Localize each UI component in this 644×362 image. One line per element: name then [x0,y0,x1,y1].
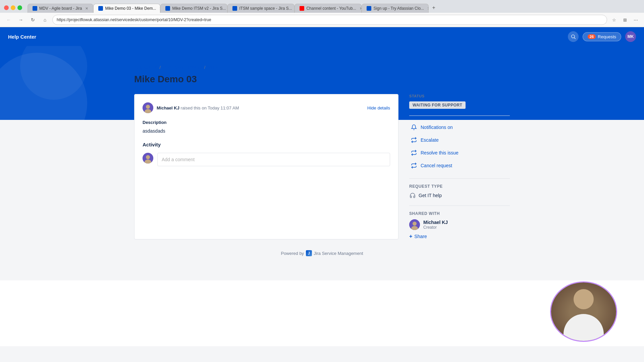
cancel-svg [411,163,417,169]
requests-button[interactable]: 26 Requests [583,32,621,41]
user-avatar[interactable]: MK [625,31,636,42]
main-grid: Michael KJ raised this on Today 11:07 AM… [134,94,510,239]
status-badge: WAITING FOR SUPPORT [409,101,466,109]
tab-favicon [367,6,371,11]
raised-on-text: raised this on Today 11:07 AM [181,105,239,110]
tab-label: Sign up - Try Atlassian Clo... [373,6,424,11]
forward-button[interactable]: → [16,15,25,25]
breadcrumb-home[interactable]: Help Center [134,65,157,70]
svg-point-3 [146,105,150,109]
breadcrumb: Help Center / Mike Demo ITSM v2 / MDV-2 [134,59,510,70]
app: Help Center 26 Requests MK Help Center / [0,27,644,346]
page-title: Mike Demo 03 [134,74,510,85]
resolve-svg [411,150,417,156]
comment-input[interactable]: Add a comment [157,153,390,166]
close-window-button[interactable] [4,5,9,10]
shared-avatar-image [409,219,420,230]
share-button[interactable]: + Share [409,233,427,239]
home-button[interactable]: ⌂ [40,15,50,25]
get-it-help-icon [409,192,416,199]
tab-mike-demo-itsm[interactable]: Mike Demo ITSM v2 - Jira S... ✕ [160,4,227,13]
breadcrumb-project[interactable]: Mike Demo ITSM v2 [163,65,202,70]
header-actions: 26 Requests MK [568,31,636,42]
escalate-svg [411,137,417,143]
window-controls [4,5,22,10]
app-header: Help Center 26 Requests MK [0,27,644,46]
plus-icon: + [409,233,412,239]
divider-2 [409,178,510,179]
resolve-issue-button[interactable]: Resolve this issue [409,147,510,159]
browser-titlebar: MDV - Agile board - Jira ✕ Mike Demo 03 … [0,0,644,13]
extensions-icon[interactable]: ⊞ [621,15,629,24]
hide-details-button[interactable]: Hide details [367,105,390,110]
ticket-author-info: Michael KJ raised this on Today 11:07 AM [143,102,239,113]
escalate-button[interactable]: Escalate [409,134,510,146]
tab-label: MDV - Agile board - Jira [39,6,82,11]
back-button[interactable]: ← [4,15,13,25]
notifications-on-button[interactable]: Notifications on [409,121,510,133]
search-button[interactable] [568,31,579,42]
tab-label: Channel content - YouTub... [306,6,356,11]
activity-label: Activity [143,142,390,147]
resolve-label: Resolve this issue [421,150,459,155]
comment-placeholder: Add a comment [162,157,195,162]
shared-user-info: Michael KJ Creator [423,220,448,230]
tab-favicon [300,6,304,11]
new-tab-button[interactable]: + [429,3,438,13]
bell-svg [411,124,417,130]
powered-by-text: Powered by [281,251,304,256]
shared-user-row: Michael KJ Creator [409,219,510,230]
notifications-label: Notifications on [421,125,453,130]
tab-close-icon[interactable]: ✕ [360,6,362,11]
tab-youtube[interactable]: Channel content - YouTub... ✕ [294,4,362,13]
request-type-section: Request type Get IT help [409,184,510,199]
page-wrapper: Help Center / Mike Demo ITSM v2 / MDV-2 … [134,59,510,267]
tab-mdv-agile[interactable]: MDV - Agile board - Jira ✕ [28,4,93,13]
tab-label: Mike Demo ITSM v2 - Jira S... [172,6,226,11]
breadcrumb-current: MDV-2 [207,65,221,70]
requests-badge: 26 [588,34,596,39]
shared-with-heading: Shared with [409,211,510,216]
divider-1 [409,116,510,116]
content-area: Help Center / Mike Demo ITSM v2 / MDV-2 … [121,59,523,267]
avatar-initials: MK [628,34,634,39]
sidebar: Status WAITING FOR SUPPORT [409,94,510,239]
svg-point-0 [571,35,574,38]
minimize-window-button[interactable] [11,5,15,10]
footer: Powered by J Jira Service Management [134,239,510,267]
comment-row: Add a comment [143,153,390,166]
requests-label: Requests [598,34,616,39]
settings-icon[interactable]: ⋯ [631,15,640,24]
maximize-window-button[interactable] [17,5,22,10]
bell-icon [411,124,417,131]
escalate-icon [411,137,417,143]
resolve-icon [411,149,417,156]
bookmark-icon[interactable]: ☆ [610,15,619,24]
tab-mike-demo[interactable]: Mike Demo 03 - Mike Dem... ✕ [93,4,160,13]
activity-section: Activity Add a [143,142,390,166]
refresh-button[interactable]: ↻ [28,15,38,25]
toolbar-actions: ☆ ⊞ ⋯ [610,15,640,24]
search-icon [571,34,576,39]
divider-3 [409,206,510,206]
ticket-meta-row: Michael KJ raised this on Today 11:07 AM… [143,102,390,113]
tab-atlassian-signup[interactable]: Sign up - Try Atlassian Clo... ✕ [362,4,429,13]
browser-toolbar: ← → ↻ ⌂ ☆ ⊞ ⋯ [0,13,644,27]
commenter-avatar-image [143,153,153,164]
status-section-label: Status [409,94,510,98]
escalate-label: Escalate [421,137,439,143]
address-bar[interactable] [52,15,607,25]
ticket-card: Michael KJ raised this on Today 11:07 AM… [134,94,398,239]
breadcrumb-separator-2: / [204,65,206,70]
status-section: Status WAITING FOR SUPPORT [409,94,510,109]
shared-user-role: Creator [423,225,448,230]
description-text: asdasdads [143,128,390,134]
browser-tabs: MDV - Agile board - Jira ✕ Mike Demo 03 … [28,3,439,13]
cancel-request-button[interactable]: Cancel request [409,160,510,172]
share-label: Share [414,234,427,239]
cancel-icon [411,162,417,169]
tab-itsm-sample[interactable]: ITSM sample space - Jira S... ✕ [227,4,294,13]
tab-favicon [98,6,103,11]
webcam-overlay [550,281,617,342]
tab-close-icon[interactable]: ✕ [85,6,88,11]
